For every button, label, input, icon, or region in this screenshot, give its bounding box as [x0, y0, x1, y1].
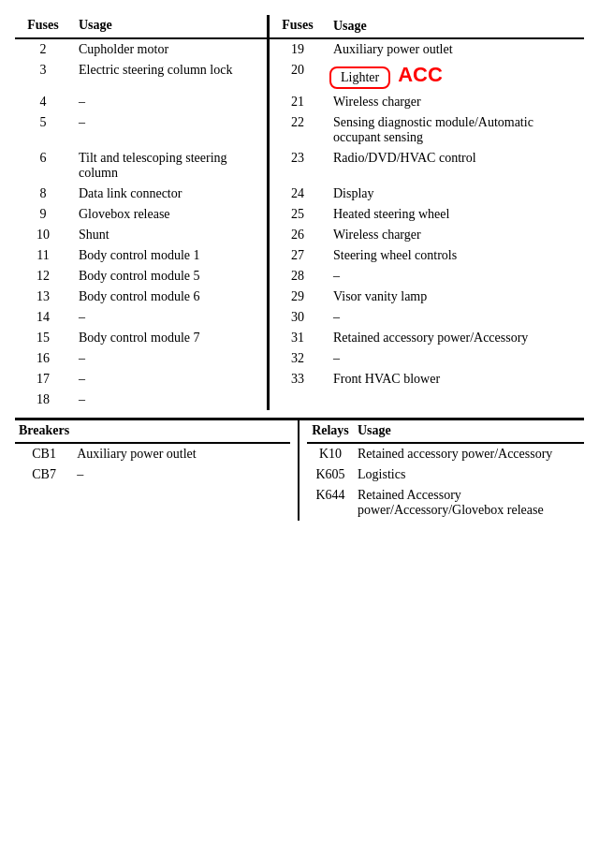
table-row: 8Data link connector24Display [15, 184, 584, 204]
right-usage-text: Display [326, 184, 584, 204]
right-usage-text: Steering wheel controls [326, 245, 584, 266]
left-fuse-number: 16 [15, 348, 71, 369]
bottom-section: Breakers CB1Auxiliary power outletCB7– R… [15, 418, 584, 521]
right-fuse-number [270, 390, 326, 410]
right-fuse-number: 29 [270, 287, 326, 307]
relays-header: Relays [307, 420, 354, 443]
right-fuse-number: 32 [270, 348, 326, 369]
right-usage-text: Wireless charger [326, 225, 584, 245]
right-fuse-number: 24 [270, 184, 326, 204]
left-fuses-header: Fuses [15, 15, 71, 38]
relay-id: K605 [307, 464, 354, 485]
table-row: 17–33Front HVAC blower [15, 369, 584, 390]
left-fuse-number: 12 [15, 266, 71, 287]
left-fuse-number: 8 [15, 184, 71, 204]
left-usage-text: Glovebox release [71, 204, 268, 225]
left-usage-text: Body control module 7 [71, 328, 268, 348]
relay-row: K644Retained Accessory power/Accessory/G… [307, 485, 584, 521]
table-row: 14–30– [15, 307, 584, 328]
right-usage-text: Heated steering wheel [326, 204, 584, 225]
right-fuse-number: 30 [270, 307, 326, 328]
right-fuse-number: 31 [270, 328, 326, 348]
right-usage-text: Retained accessory power/Accessory [326, 328, 584, 348]
breakers-usage-header [73, 420, 290, 443]
right-fuse-number: 28 [270, 266, 326, 287]
left-usage-text: – [71, 92, 268, 112]
breaker-usage: Auxiliary power outlet [73, 443, 290, 464]
right-fuse-number: 25 [270, 204, 326, 225]
table-row: 10Shunt26Wireless charger [15, 225, 584, 245]
table-row: 3Electric steering column lock20LighterA… [15, 60, 584, 92]
fuse-table: Fuses Usage Fuses Usage 2Cupholder motor… [15, 15, 584, 410]
table-row: 9Glovebox release25Heated steering wheel [15, 204, 584, 225]
right-usage-text: LighterACC [326, 60, 584, 92]
right-fuse-number: 19 [270, 38, 326, 60]
right-usage-text: Radio/DVD/HVAC control [326, 148, 584, 184]
left-fuse-number: 10 [15, 225, 71, 245]
table-row: 12Body control module 528– [15, 266, 584, 287]
right-usage-text: Wireless charger [326, 92, 584, 112]
left-usage-header: Usage [71, 15, 268, 38]
relays-table: Relays Usage K10Retained accessory power… [307, 420, 584, 521]
right-fuse-number: 26 [270, 225, 326, 245]
breakers-table: Breakers CB1Auxiliary power outletCB7– [15, 420, 290, 485]
table-row: 6Tilt and telescoping steering column23R… [15, 148, 584, 184]
left-usage-text: Electric steering column lock [71, 60, 268, 92]
relay-usage: Retained Accessory power/Accessory/Glove… [354, 485, 584, 521]
table-row: 13Body control module 629Visor vanity la… [15, 287, 584, 307]
relay-usage: Logistics [354, 464, 584, 485]
right-usage-text: Visor vanity lamp [326, 287, 584, 307]
left-fuse-number: 9 [15, 204, 71, 225]
left-fuse-number: 6 [15, 148, 71, 184]
right-usage-text: – [326, 348, 584, 369]
right-usage-text: Front HVAC blower [326, 369, 584, 390]
left-usage-text: Cupholder motor [71, 38, 268, 60]
table-row: 16–32– [15, 348, 584, 369]
right-usage-header: Usage [326, 15, 584, 38]
right-fuse-number: 20 [270, 60, 326, 92]
table-row: 2Cupholder motor19Auxiliary power outlet [15, 38, 584, 60]
left-usage-text: Data link connector [71, 184, 268, 204]
left-usage-text: Body control module 6 [71, 287, 268, 307]
right-fuse-number: 33 [270, 369, 326, 390]
left-fuse-number: 4 [15, 92, 71, 112]
left-fuse-number: 3 [15, 60, 71, 92]
breaker-row: CB1Auxiliary power outlet [15, 443, 290, 464]
left-usage-text: – [71, 390, 268, 410]
left-usage-text: – [71, 369, 268, 390]
left-usage-text: – [71, 112, 268, 148]
left-fuse-number: 15 [15, 328, 71, 348]
left-fuse-number: 14 [15, 307, 71, 328]
left-fuse-number: 2 [15, 38, 71, 60]
relays-section: Relays Usage K10Retained accessory power… [300, 420, 584, 521]
acc-label: ACC [398, 63, 443, 86]
left-fuse-number: 5 [15, 112, 71, 148]
left-usage-text: Shunt [71, 225, 268, 245]
left-usage-text: Body control module 5 [71, 266, 268, 287]
breakers-relays-grid: Breakers CB1Auxiliary power outletCB7– R… [15, 420, 584, 521]
relay-row: K605Logistics [307, 464, 584, 485]
relay-id: K644 [307, 485, 354, 521]
right-usage-text: – [326, 266, 584, 287]
breaker-usage: – [73, 464, 290, 485]
right-fuses-header: Fuses [270, 15, 326, 38]
right-usage-text: Auxiliary power outlet [326, 38, 584, 60]
relays-usage-header: Usage [354, 420, 584, 443]
breaker-id: CB7 [15, 464, 73, 485]
right-usage-text: – [326, 307, 584, 328]
left-fuse-number: 18 [15, 390, 71, 410]
lighter-highlighted-box: Lighter [329, 66, 390, 89]
table-row: 11Body control module 127Steering wheel … [15, 245, 584, 266]
breakers-section: Breakers CB1Auxiliary power outletCB7– [15, 420, 300, 521]
left-fuse-number: 13 [15, 287, 71, 307]
left-usage-text: Body control module 1 [71, 245, 268, 266]
left-usage-text: – [71, 307, 268, 328]
breaker-id: CB1 [15, 443, 73, 464]
left-fuse-number: 17 [15, 369, 71, 390]
table-row: 18– [15, 390, 584, 410]
breakers-header: Breakers [15, 420, 73, 443]
right-fuse-number: 22 [270, 112, 326, 148]
relay-row: K10Retained accessory power/Accessory [307, 443, 584, 464]
table-row: 5–22Sensing diagnostic module/Automatic … [15, 112, 584, 148]
right-usage-text [326, 390, 584, 410]
